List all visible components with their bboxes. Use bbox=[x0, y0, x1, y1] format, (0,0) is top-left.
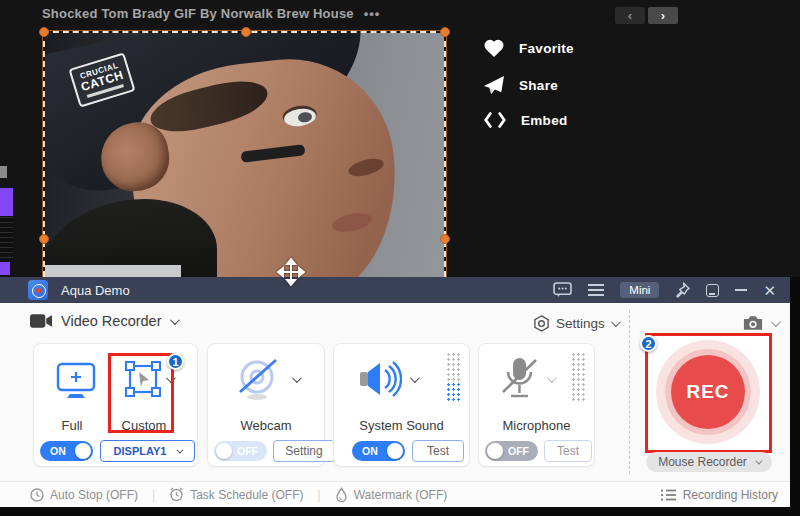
favorite-label: Favorite bbox=[519, 41, 574, 56]
watermark-item[interactable]: Watermark (OFF) bbox=[335, 487, 448, 502]
app-record-icon bbox=[28, 280, 48, 300]
heart-icon bbox=[483, 38, 505, 58]
embed-action[interactable]: Embed bbox=[483, 111, 568, 129]
recorder-titlebar[interactable]: Aqua Demo Mini ✕ bbox=[0, 277, 790, 303]
menu-hamburger-icon[interactable] bbox=[588, 284, 604, 296]
system-sound-card: System Sound ON Test bbox=[333, 343, 470, 467]
system-sound-label: System Sound bbox=[334, 418, 469, 433]
speaker-icon[interactable] bbox=[358, 360, 402, 398]
feedback-bubble-icon[interactable] bbox=[553, 282, 572, 298]
restore-window-icon[interactable] bbox=[706, 284, 719, 297]
step-badge-1: 1 bbox=[167, 353, 184, 370]
share-label: Share bbox=[519, 78, 558, 93]
chevron-left-icon: ‹ bbox=[628, 8, 632, 23]
display-toggle[interactable]: ON bbox=[40, 441, 93, 461]
microphone-toggle[interactable]: OFF bbox=[485, 441, 538, 461]
mini-mode-button[interactable]: Mini bbox=[620, 282, 659, 298]
move-cursor-icon bbox=[277, 258, 305, 286]
background-fragment bbox=[0, 166, 7, 178]
list-icon bbox=[661, 489, 676, 501]
chevron-down-icon bbox=[169, 315, 179, 325]
toggle-state-label: ON bbox=[362, 445, 378, 457]
recording-history-button[interactable]: Recording History bbox=[661, 488, 778, 502]
webcam-dropdown-chevron[interactable] bbox=[292, 373, 302, 383]
sound-level-meter bbox=[446, 352, 461, 402]
next-gif-button[interactable]: › bbox=[648, 7, 678, 24]
video-camera-icon bbox=[30, 313, 53, 329]
pin-icon[interactable] bbox=[675, 282, 690, 298]
full-label: Full bbox=[34, 418, 110, 433]
minimize-icon[interactable] bbox=[735, 289, 747, 291]
paper-plane-icon bbox=[483, 75, 505, 95]
tutorial-highlight-custom bbox=[108, 353, 174, 433]
chevron-down-icon bbox=[611, 317, 621, 327]
recorder-window: Aqua Demo Mini ✕ V bbox=[0, 277, 790, 507]
chevron-down-icon bbox=[771, 317, 781, 327]
settings-button[interactable]: Settings bbox=[533, 315, 618, 332]
desktop-background-strip-bottom bbox=[0, 507, 800, 516]
system-sound-test-button[interactable]: Test bbox=[412, 440, 464, 462]
microphone-test-button[interactable]: Test bbox=[544, 440, 592, 462]
full-screen-icon[interactable] bbox=[54, 362, 98, 400]
chevron-down-icon bbox=[755, 457, 762, 464]
webcam-toggle[interactable]: OFF bbox=[214, 441, 267, 461]
gif-page-title: Shocked Tom Brady GIF By Norwalk Brew Ho… bbox=[42, 6, 380, 21]
microphone-icon[interactable] bbox=[499, 356, 541, 402]
toggle-state-label: OFF bbox=[508, 445, 529, 457]
recorder-mode-select[interactable]: Video Recorder bbox=[30, 313, 177, 329]
mouse-recorder-button[interactable]: Mouse Recorder bbox=[646, 452, 772, 472]
recording-history-label: Recording History bbox=[683, 488, 778, 502]
screenshot-tool[interactable] bbox=[743, 315, 778, 331]
display-select-value: DISPLAY1 bbox=[114, 445, 167, 457]
webcam-setting-button[interactable]: Setting bbox=[273, 440, 335, 462]
statusbar-divider: | bbox=[152, 488, 155, 502]
step-badge-2: 2 bbox=[640, 335, 657, 352]
camera-icon bbox=[743, 315, 763, 331]
rec-button[interactable]: REC bbox=[671, 355, 745, 429]
task-schedule-label: Task Schedule (OFF) bbox=[190, 488, 303, 502]
collar-shape bbox=[45, 265, 181, 277]
sound-dropdown-chevron[interactable] bbox=[410, 373, 420, 383]
selection-handle-mid-right[interactable] bbox=[440, 234, 450, 244]
favorite-action[interactable]: Favorite bbox=[483, 38, 574, 58]
desktop-background-strip-right bbox=[790, 277, 800, 516]
capture-selection-region[interactable]: CRUCIAL CATCH bbox=[43, 31, 446, 277]
auto-stop-label: Auto Stop (OFF) bbox=[50, 488, 138, 502]
selection-handle-top-mid[interactable] bbox=[241, 27, 251, 37]
share-action[interactable]: Share bbox=[483, 75, 558, 95]
close-icon[interactable]: ✕ bbox=[763, 283, 776, 298]
system-sound-toggle[interactable]: ON bbox=[352, 441, 405, 461]
clock-icon bbox=[30, 488, 44, 502]
alarm-clock-icon bbox=[169, 487, 184, 502]
mic-level-meter bbox=[571, 352, 586, 402]
recorder-statusbar: Auto Stop (OFF) | Task Schedule (OFF) | … bbox=[0, 481, 790, 507]
gif-title-text: Shocked Tom Brady GIF By Norwalk Brew Ho… bbox=[42, 6, 354, 21]
statusbar-divider: | bbox=[318, 488, 321, 502]
gif-preview-image: CRUCIAL CATCH bbox=[45, 33, 444, 277]
water-drop-icon bbox=[335, 487, 348, 502]
screenshot-root: Shocked Tom Brady GIF By Norwalk Brew Ho… bbox=[0, 0, 800, 516]
background-fragment-grid bbox=[0, 216, 13, 262]
chevron-down-icon bbox=[177, 446, 184, 453]
rec-button-mid-ring: REC bbox=[665, 349, 751, 435]
mouse-recorder-label: Mouse Recorder bbox=[658, 455, 747, 469]
auto-stop-item[interactable]: Auto Stop (OFF) bbox=[30, 488, 138, 502]
more-options-icon[interactable]: ••• bbox=[364, 6, 381, 21]
webcam-label: Webcam bbox=[208, 418, 324, 433]
window-title: Aqua Demo bbox=[61, 283, 130, 298]
embed-label: Embed bbox=[521, 113, 568, 128]
selection-handle-mid-left[interactable] bbox=[39, 234, 49, 244]
webcam-icon[interactable] bbox=[236, 358, 282, 402]
display-select[interactable]: DISPLAY1 bbox=[100, 440, 195, 462]
selection-handle-top-left[interactable] bbox=[39, 27, 49, 37]
selection-handle-top-right[interactable] bbox=[440, 27, 450, 37]
prev-gif-button[interactable]: ‹ bbox=[615, 7, 645, 24]
background-fragment-purple bbox=[0, 188, 13, 216]
microphone-label: Microphone bbox=[479, 418, 594, 433]
chevron-right-icon: › bbox=[661, 8, 665, 23]
watermark-label: Watermark (OFF) bbox=[354, 488, 448, 502]
rec-button-outer-ring: REC bbox=[656, 340, 760, 444]
mic-dropdown-chevron[interactable] bbox=[547, 373, 557, 383]
toggle-state-label: OFF bbox=[237, 445, 258, 457]
task-schedule-item[interactable]: Task Schedule (OFF) bbox=[169, 487, 303, 502]
